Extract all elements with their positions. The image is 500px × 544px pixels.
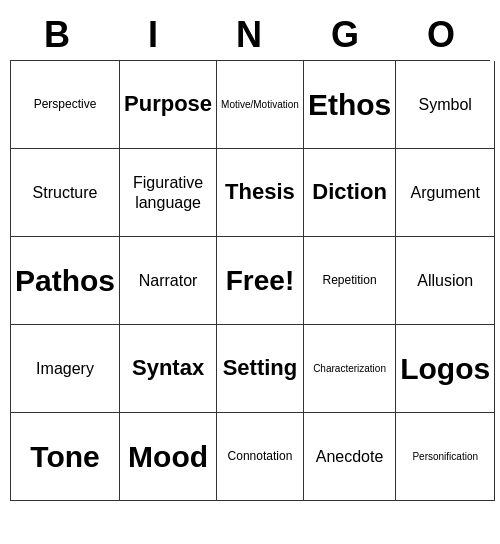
cell-label: Setting (223, 355, 298, 381)
bingo-cell: Free! (217, 237, 304, 325)
header-letter: B (10, 10, 106, 60)
cell-label: Ethos (308, 87, 391, 123)
bingo-cell: Thesis (217, 149, 304, 237)
bingo-cell: Argument (396, 149, 495, 237)
bingo-cell: Connotation (217, 413, 304, 501)
bingo-cell: Characterization (304, 325, 396, 413)
bingo-cell: Imagery (11, 325, 120, 413)
bingo-cell: Syntax (120, 325, 217, 413)
bingo-cell: Diction (304, 149, 396, 237)
cell-label: Thesis (225, 179, 295, 205)
cell-label: Purpose (124, 91, 212, 117)
bingo-cell: Purpose (120, 61, 217, 149)
cell-label: Perspective (34, 97, 97, 111)
bingo-cell: Narrator (120, 237, 217, 325)
bingo-cell: Allusion (396, 237, 495, 325)
header-letter: I (106, 10, 202, 60)
bingo-cell: Ethos (304, 61, 396, 149)
cell-label: Logos (400, 351, 490, 387)
cell-label: Allusion (417, 271, 473, 290)
cell-label: Free! (226, 264, 294, 298)
bingo-card: BINGO PerspectivePurposeMotive/Motivatio… (10, 10, 490, 501)
bingo-cell: Perspective (11, 61, 120, 149)
bingo-cell: Personification (396, 413, 495, 501)
header-letter: G (298, 10, 394, 60)
cell-label: Imagery (36, 359, 94, 378)
cell-label: Narrator (139, 271, 198, 290)
header-letter: N (202, 10, 298, 60)
cell-label: Characterization (313, 363, 386, 375)
bingo-cell: Logos (396, 325, 495, 413)
cell-label: Tone (30, 439, 99, 475)
bingo-grid: PerspectivePurposeMotive/MotivationEthos… (10, 60, 490, 501)
cell-label: Argument (411, 183, 480, 202)
bingo-cell: Figurative language (120, 149, 217, 237)
bingo-cell: Setting (217, 325, 304, 413)
bingo-cell: Mood (120, 413, 217, 501)
bingo-cell: Anecdote (304, 413, 396, 501)
cell-label: Figurative language (124, 173, 212, 211)
cell-label: Syntax (132, 355, 204, 381)
cell-label: Motive/Motivation (221, 99, 299, 111)
cell-label: Pathos (15, 263, 115, 299)
cell-label: Personification (412, 451, 478, 463)
bingo-cell: Tone (11, 413, 120, 501)
bingo-cell: Repetition (304, 237, 396, 325)
cell-label: Mood (128, 439, 208, 475)
bingo-cell: Pathos (11, 237, 120, 325)
cell-label: Symbol (419, 95, 472, 114)
bingo-cell: Structure (11, 149, 120, 237)
cell-label: Connotation (228, 449, 293, 463)
cell-label: Structure (33, 183, 98, 202)
cell-label: Diction (312, 179, 387, 205)
bingo-cell: Symbol (396, 61, 495, 149)
bingo-cell: Motive/Motivation (217, 61, 304, 149)
cell-label: Repetition (323, 273, 377, 287)
cell-label: Anecdote (316, 447, 384, 466)
bingo-header: BINGO (10, 10, 490, 60)
header-letter: O (394, 10, 490, 60)
